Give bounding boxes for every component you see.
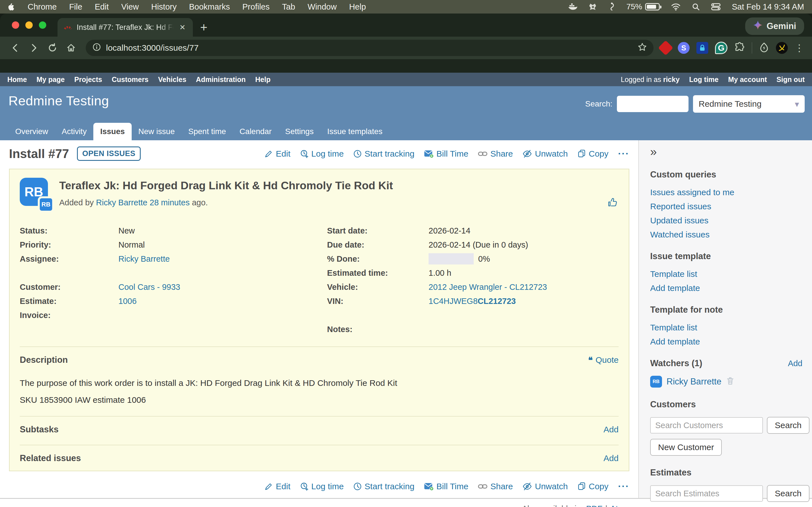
quote-button[interactable]: ❝ Quote	[588, 355, 619, 365]
note-template-list-link[interactable]: Template list	[650, 323, 812, 332]
new-tab-button[interactable]: +	[200, 20, 207, 37]
watcher-name-link[interactable]: Ricky Barrette	[666, 377, 721, 387]
menu-edit[interactable]: Edit	[95, 2, 109, 11]
bill-time-button-bottom[interactable]: Bill Time	[424, 482, 468, 491]
menu-bookmarks[interactable]: Bookmarks	[189, 2, 230, 11]
browser-tab[interactable]: Install #77: Teraflex Jk: Hd Fo ✕	[57, 18, 193, 37]
battery-indicator[interactable]: 75%	[626, 2, 660, 11]
menu-profiles[interactable]: Profiles	[243, 2, 270, 11]
tab-issues[interactable]: Issues	[93, 123, 132, 140]
edit-button[interactable]: Edit	[264, 149, 290, 159]
zoom-window-button[interactable]	[39, 21, 46, 29]
tab-new-issue[interactable]: New issue	[132, 123, 182, 140]
close-window-button[interactable]	[12, 21, 19, 29]
docker-icon[interactable]	[568, 3, 577, 11]
author-link[interactable]: Ricky Barrette	[96, 198, 147, 207]
issue-add-template-link[interactable]: Add template	[650, 283, 812, 293]
tab-spent-time[interactable]: Spent time	[182, 123, 233, 140]
query-reported-issues[interactable]: Reported issues	[650, 202, 812, 211]
unwatch-button[interactable]: Unwatch	[522, 149, 568, 159]
project-jump-select[interactable]: Redmine Testing ▾	[693, 95, 805, 113]
home-button[interactable]	[63, 40, 79, 56]
extension-icon-1[interactable]	[658, 40, 673, 55]
log-time-button-bottom[interactable]: Log time	[300, 482, 344, 491]
estimate-link[interactable]: 1006	[118, 297, 137, 305]
menu-history[interactable]: History	[151, 2, 176, 11]
menubar-app-icon-1[interactable]	[589, 3, 597, 11]
current-user-link[interactable]: ricky	[663, 75, 679, 83]
minimize-window-button[interactable]	[26, 21, 33, 29]
assignee-link[interactable]: Ricky Barrette	[118, 255, 170, 263]
apple-logo-icon[interactable]	[8, 3, 15, 11]
bill-time-button[interactable]: Bill Time	[424, 149, 468, 159]
pdf-link[interactable]: PDF	[586, 504, 603, 507]
log-time-button[interactable]: Log time	[300, 149, 344, 159]
topnav-administration[interactable]: Administration	[196, 75, 246, 83]
back-button[interactable]	[7, 40, 23, 56]
gemini-button[interactable]: Gemini	[745, 17, 804, 35]
reload-button[interactable]	[45, 40, 60, 56]
site-info-icon[interactable]	[93, 43, 101, 53]
delete-watcher-icon[interactable]	[726, 376, 734, 387]
copy-button-bottom[interactable]: Copy	[577, 482, 608, 491]
search-customers-input[interactable]	[650, 417, 763, 434]
tab-close-icon[interactable]: ✕	[178, 23, 187, 32]
menubar-app-name[interactable]: Chrome	[28, 2, 57, 11]
menu-view[interactable]: View	[121, 2, 139, 11]
vin-link[interactable]: 1C4HJWEG8CL212723	[428, 297, 516, 305]
customers-search-button[interactable]: Search	[767, 417, 809, 434]
thumbs-up-icon[interactable]	[607, 198, 617, 209]
tab-settings[interactable]: Settings	[278, 123, 320, 140]
more-actions-button[interactable]: ···	[618, 148, 629, 159]
menu-help[interactable]: Help	[349, 2, 366, 11]
extensions-puzzle-icon[interactable]	[734, 42, 745, 54]
forward-button[interactable]	[26, 40, 42, 56]
subtasks-add-link[interactable]: Add	[604, 425, 619, 434]
vehicle-link[interactable]: 2012 Jeep Wrangler - CL212723	[428, 283, 547, 291]
menu-file[interactable]: File	[69, 2, 82, 11]
extension-icon-3[interactable]	[696, 42, 708, 54]
share-button-bottom[interactable]: Share	[478, 482, 513, 491]
new-customer-button[interactable]: New Customer	[650, 439, 722, 456]
tab-overview[interactable]: Overview	[8, 123, 55, 140]
topnav-my-page[interactable]: My page	[36, 75, 64, 83]
copy-button[interactable]: Copy	[577, 149, 608, 159]
profile-avatar[interactable]	[776, 42, 788, 54]
query-watched-issues[interactable]: Watched issues	[650, 230, 812, 239]
menubar-app-icon-2[interactable]	[608, 3, 615, 11]
search-input[interactable]	[617, 96, 689, 112]
address-bar[interactable]: localhost:3000/issues/77	[86, 40, 654, 56]
window-controls[interactable]	[12, 21, 46, 29]
more-actions-button-bottom[interactable]: ···	[618, 481, 629, 492]
share-button[interactable]: Share	[478, 149, 513, 159]
unwatch-button-bottom[interactable]: Unwatch	[522, 482, 568, 491]
wifi-icon[interactable]	[671, 3, 680, 10]
battery-saver-icon[interactable]	[759, 42, 769, 54]
topnav-help[interactable]: Help	[255, 75, 270, 83]
topnav-projects[interactable]: Projects	[74, 75, 102, 83]
estimates-search-button[interactable]: Search	[767, 485, 809, 502]
chrome-menu-icon[interactable]: ⋮	[795, 42, 805, 54]
topnav-sign-out[interactable]: Sign out	[776, 75, 805, 83]
topnav-customers[interactable]: Customers	[112, 75, 149, 83]
added-time-link[interactable]: 28 minutes	[150, 198, 190, 207]
edit-button-bottom[interactable]: Edit	[264, 482, 290, 491]
open-issues-badge[interactable]: OPEN ISSUES	[77, 147, 141, 161]
related-issues-add-link[interactable]: Add	[604, 453, 619, 463]
topnav-log-time[interactable]: Log time	[689, 75, 718, 83]
sidebar-collapse-button[interactable]: »	[650, 146, 812, 158]
control-center-icon[interactable]	[711, 3, 721, 10]
start-tracking-button-bottom[interactable]: Start tracking	[353, 482, 414, 491]
issue-template-list-link[interactable]: Template list	[650, 269, 812, 279]
watchers-add-link[interactable]: Add	[788, 359, 802, 368]
url-text[interactable]: localhost:3000/issues/77	[106, 43, 633, 53]
tab-activity[interactable]: Activity	[55, 123, 94, 140]
tab-calendar[interactable]: Calendar	[233, 123, 278, 140]
bookmark-star-icon[interactable]	[638, 43, 647, 54]
topnav-my-account[interactable]: My account	[728, 75, 767, 83]
start-tracking-button[interactable]: Start tracking	[353, 149, 414, 159]
search-estimates-input[interactable]	[650, 485, 763, 502]
spotlight-search-icon[interactable]	[692, 3, 700, 11]
extension-icon-2[interactable]: S	[678, 42, 690, 54]
query-issues-assigned-to-me[interactable]: Issues assigned to me	[650, 187, 812, 197]
